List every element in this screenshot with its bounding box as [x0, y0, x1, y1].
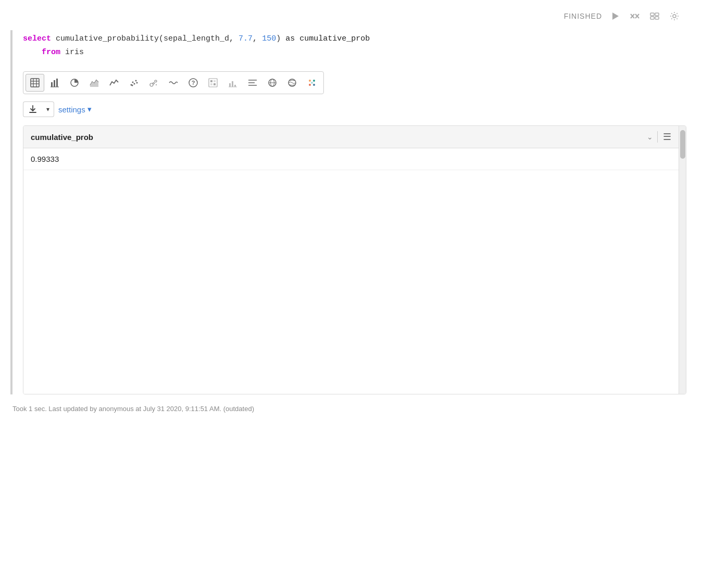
viz-tab-globe1[interactable]	[263, 74, 282, 92]
vertical-scrollbar[interactable]	[679, 126, 686, 394]
svg-rect-33	[209, 79, 217, 87]
svg-point-22	[132, 82, 134, 83]
alias-name: cumulative_prob	[295, 34, 370, 43]
svg-rect-10	[31, 79, 39, 87]
svg-point-27	[150, 83, 153, 86]
data-row: 0.99333	[23, 148, 679, 170]
function-call: cumulative_probability(sepal_length_d,	[56, 34, 239, 43]
cell-toolbar: FINISHED	[10, 10, 686, 22]
svg-marker-0	[612, 12, 619, 20]
table-name: iris	[60, 48, 84, 57]
viz-tab-scatter[interactable]	[124, 74, 143, 92]
sort-chevron-icon[interactable]: ⌄	[647, 133, 653, 141]
param-num2: 150	[262, 34, 276, 43]
column-header: cumulative_prob ⌄ ☰	[23, 126, 679, 148]
svg-rect-17	[56, 79, 58, 87]
svg-rect-7	[650, 17, 654, 19]
footer-status: Took 1 sec. Last updated by anonymous at…	[10, 405, 686, 413]
empty-table-area	[23, 170, 679, 394]
settings-link-button[interactable]: settings ▾	[58, 105, 92, 114]
viz-tab-table[interactable]	[26, 74, 44, 92]
scroll-track	[679, 126, 686, 394]
viz-tab-funnel[interactable]: ?	[184, 74, 203, 92]
viz-tab-globe2[interactable]	[283, 74, 302, 92]
column-title: cumulative_prob	[31, 133, 93, 142]
svg-text:?: ?	[192, 80, 195, 86]
download-button[interactable]	[23, 101, 42, 117]
interrupt-button[interactable]	[628, 11, 642, 21]
paren-close: )	[276, 34, 285, 43]
svg-point-9	[673, 15, 676, 18]
viz-tab-chart2[interactable]	[223, 74, 242, 92]
run-button[interactable]	[608, 10, 622, 22]
svg-rect-8	[655, 17, 659, 19]
svg-marker-20	[90, 80, 98, 87]
svg-point-30	[156, 84, 157, 85]
settings-link-arrow: ▾	[87, 105, 92, 114]
viz-tab-dots[interactable]	[303, 74, 321, 92]
keyword-select: select	[23, 34, 51, 43]
param-num1: 7.7	[239, 34, 253, 43]
svg-point-53	[311, 82, 313, 84]
visualization-toolbar: ?	[23, 71, 324, 94]
svg-rect-37	[214, 83, 216, 85]
settings-link-label: settings	[58, 105, 85, 114]
code-editor: select cumulative_probability(sepal_leng…	[23, 30, 686, 61]
settings-gear-button[interactable]	[668, 10, 681, 22]
code-line-2: from iris	[23, 46, 686, 59]
scroll-thumb[interactable]	[680, 130, 685, 159]
svg-rect-16	[54, 80, 55, 87]
viz-tab-pie[interactable]	[65, 74, 84, 92]
results-container: cumulative_prob ⌄ ☰ 0.99333	[23, 125, 686, 394]
dropdown-arrow: ▾	[46, 106, 49, 113]
keyword-as: as	[285, 34, 295, 43]
svg-rect-39	[232, 81, 233, 87]
svg-point-28	[155, 80, 157, 82]
code-line-1: select cumulative_probability(sepal_leng…	[23, 32, 686, 46]
viz-tab-align[interactable]	[243, 74, 262, 92]
svg-point-29	[153, 83, 155, 84]
comma-sep: ,	[253, 34, 262, 43]
svg-point-25	[136, 82, 138, 84]
svg-rect-40	[234, 85, 236, 87]
svg-rect-38	[229, 83, 231, 87]
svg-point-23	[134, 83, 135, 85]
column-header-icons: ⌄ ☰	[647, 131, 671, 143]
footer-text: Took 1 sec. Last updated by anonymous at…	[12, 405, 254, 413]
svg-point-24	[135, 80, 137, 82]
cell-content: select cumulative_probability(sepal_leng…	[10, 30, 686, 394]
svg-point-52	[313, 84, 315, 86]
svg-rect-5	[650, 13, 654, 16]
cell-value: 0.99333	[31, 155, 59, 163]
viz-tab-bar[interactable]	[45, 74, 64, 92]
viz-tab-pivot[interactable]	[144, 74, 163, 92]
execution-status: FINISHED	[564, 12, 602, 20]
svg-point-50	[313, 80, 315, 82]
viz-tab-line[interactable]	[105, 74, 123, 92]
viz-tab-trend[interactable]	[164, 74, 183, 92]
svg-point-49	[309, 80, 311, 82]
view-button[interactable]	[648, 11, 661, 21]
column-menu-icon[interactable]: ☰	[657, 131, 671, 143]
notebook-cell: FINISHED	[0, 0, 702, 423]
svg-rect-6	[655, 13, 659, 16]
svg-point-26	[132, 85, 133, 86]
svg-point-51	[309, 84, 311, 86]
keyword-from: from	[42, 48, 60, 57]
svg-rect-36	[210, 83, 212, 85]
svg-rect-34	[210, 80, 212, 82]
svg-rect-15	[51, 82, 53, 87]
viz-tab-area[interactable]	[85, 74, 104, 92]
svg-rect-35	[214, 80, 216, 82]
results-table-main: cumulative_prob ⌄ ☰ 0.99333	[23, 126, 679, 394]
download-group: ▾	[23, 101, 54, 117]
download-dropdown-button[interactable]: ▾	[42, 101, 54, 117]
viz-tab-map1[interactable]	[204, 74, 222, 92]
action-row: ▾ settings ▾	[23, 101, 686, 117]
